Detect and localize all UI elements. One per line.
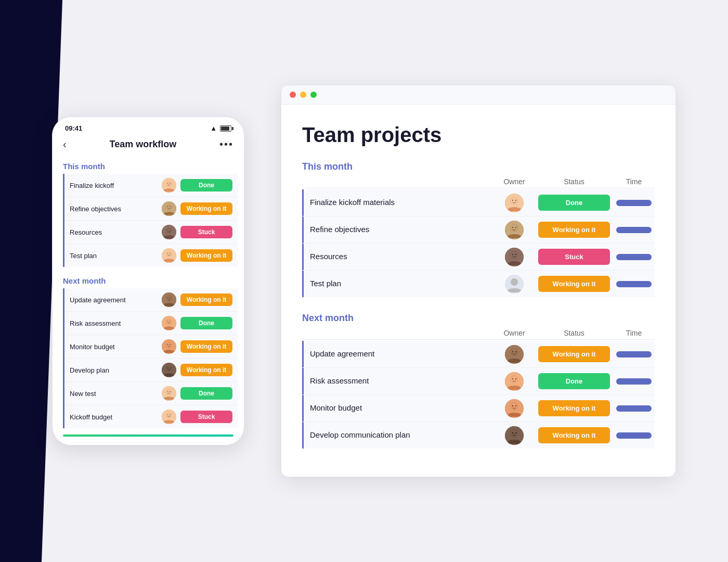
th-status-2: Status bbox=[535, 329, 613, 337]
th-owner-1: Owner bbox=[493, 177, 535, 186]
svg-point-68 bbox=[512, 432, 513, 433]
svg-point-60 bbox=[512, 378, 513, 379]
desktop-next-month-label: Next month bbox=[302, 313, 655, 324]
status-badge: Stuck bbox=[180, 411, 232, 423]
task-row: Risk assessment Done bbox=[64, 312, 238, 335]
svg-point-69 bbox=[515, 432, 516, 433]
svg-point-35 bbox=[170, 391, 171, 392]
svg-point-45 bbox=[511, 224, 518, 232]
task-name: Develop plan bbox=[70, 366, 158, 374]
status-badge: Working on it bbox=[538, 400, 610, 416]
table-row: Test planWorking on it bbox=[302, 271, 655, 297]
status-badge: Working on it bbox=[538, 222, 610, 238]
phone-wrapper: 09:41 ▲ ‹ Team workflow ••• This month F… bbox=[52, 117, 250, 445]
back-button[interactable]: ‹ bbox=[63, 138, 67, 150]
phone-status-bar: 09:41 ▲ bbox=[53, 117, 244, 136]
avatar bbox=[162, 363, 176, 377]
window-minimize-dot[interactable] bbox=[300, 92, 306, 98]
avatar bbox=[505, 372, 524, 391]
status-badge: Working on it bbox=[180, 249, 232, 262]
avatar bbox=[162, 178, 176, 193]
phone-time: 09:41 bbox=[65, 124, 82, 132]
th-time-1: Time bbox=[613, 177, 655, 186]
status-badge: Done bbox=[180, 387, 232, 400]
time-cell bbox=[613, 395, 655, 422]
phone-title: Team workflow bbox=[109, 139, 176, 150]
task-name-cell: Refine objectives bbox=[302, 216, 493, 243]
svg-point-13 bbox=[166, 251, 172, 257]
svg-point-37 bbox=[166, 412, 172, 418]
time-cell bbox=[613, 189, 655, 216]
svg-point-27 bbox=[170, 344, 171, 345]
window-close-dot[interactable] bbox=[290, 92, 296, 98]
svg-point-9 bbox=[166, 227, 172, 233]
status-cell: Working on it bbox=[535, 422, 613, 449]
desktop-this-month-section: This month Owner Status Time Finalize ki… bbox=[302, 161, 655, 297]
svg-point-63 bbox=[511, 403, 518, 410]
svg-point-21 bbox=[166, 318, 172, 324]
svg-point-31 bbox=[170, 367, 171, 368]
svg-point-43 bbox=[515, 199, 516, 200]
avatar bbox=[162, 225, 176, 239]
svg-point-59 bbox=[511, 376, 518, 383]
table-row: Monitor budget Working on it bbox=[302, 395, 655, 422]
status-badge: Stuck bbox=[538, 249, 610, 265]
time-bar bbox=[616, 351, 652, 357]
time-bar bbox=[616, 227, 652, 233]
desktop-this-month-label: This month bbox=[302, 161, 655, 172]
task-name-cell: Develop communication plan bbox=[302, 422, 493, 449]
time-cell bbox=[613, 216, 655, 243]
task-name: Kickoff budget bbox=[70, 413, 158, 421]
svg-point-18 bbox=[167, 297, 168, 298]
owner-cell bbox=[493, 341, 535, 367]
status-badge: Working on it bbox=[180, 293, 232, 306]
svg-point-55 bbox=[511, 349, 518, 356]
th-task-1 bbox=[302, 178, 493, 185]
svg-point-14 bbox=[167, 253, 168, 254]
task-name: Test plan bbox=[70, 252, 158, 260]
desktop-next-month-rows: Update agreement Working on itRisk asses… bbox=[302, 341, 655, 449]
task-name: New test bbox=[70, 390, 158, 398]
table-header-this-month: Owner Status Time bbox=[302, 177, 655, 188]
owner-cell bbox=[493, 244, 535, 270]
next-month-task-list: Update agreement Working on itRisk asses… bbox=[63, 288, 238, 428]
phone: 09:41 ▲ ‹ Team workflow ••• This month F… bbox=[52, 117, 244, 445]
svg-point-5 bbox=[166, 204, 172, 210]
status-badge: Working on it bbox=[538, 346, 610, 362]
owner-cell bbox=[493, 395, 535, 422]
status-icons: ▲ bbox=[210, 124, 231, 132]
owner-cell bbox=[493, 189, 535, 216]
status-cell: Working on it bbox=[535, 271, 613, 297]
status-cell: Done bbox=[535, 189, 613, 216]
main-container: 09:41 ▲ ‹ Team workflow ••• This month F… bbox=[0, 0, 728, 562]
window-maximize-dot[interactable] bbox=[310, 92, 317, 98]
next-month-label: Next month bbox=[59, 271, 238, 288]
svg-point-67 bbox=[511, 430, 518, 437]
svg-point-10 bbox=[167, 229, 168, 231]
owner-cell bbox=[493, 216, 535, 243]
this-month-label: This month bbox=[59, 157, 238, 174]
task-name: Monitor budget bbox=[70, 343, 158, 351]
status-badge: Working on it bbox=[180, 364, 232, 376]
svg-point-56 bbox=[512, 351, 513, 352]
svg-point-17 bbox=[166, 295, 172, 301]
task-row: Resources Stuck bbox=[64, 221, 238, 244]
svg-point-25 bbox=[166, 342, 172, 348]
table-row: Develop communication plan Working on it bbox=[302, 422, 655, 449]
status-badge: Done bbox=[180, 179, 232, 191]
svg-point-30 bbox=[167, 367, 168, 368]
menu-button[interactable]: ••• bbox=[219, 138, 233, 150]
status-cell: Working on it bbox=[535, 395, 613, 422]
svg-point-3 bbox=[170, 183, 171, 184]
status-cell: Working on it bbox=[535, 341, 613, 367]
task-row: Kickoff budget Stuck bbox=[64, 405, 238, 428]
svg-point-1 bbox=[166, 181, 172, 186]
avatar bbox=[162, 410, 176, 424]
task-row: Test plan Working on it bbox=[64, 244, 238, 267]
svg-point-46 bbox=[512, 226, 513, 227]
th-status-1: Status bbox=[535, 177, 613, 186]
time-bar bbox=[616, 254, 652, 260]
time-bar bbox=[616, 281, 652, 287]
task-name-cell: Risk assessment bbox=[302, 368, 493, 394]
status-badge: Working on it bbox=[538, 276, 610, 292]
